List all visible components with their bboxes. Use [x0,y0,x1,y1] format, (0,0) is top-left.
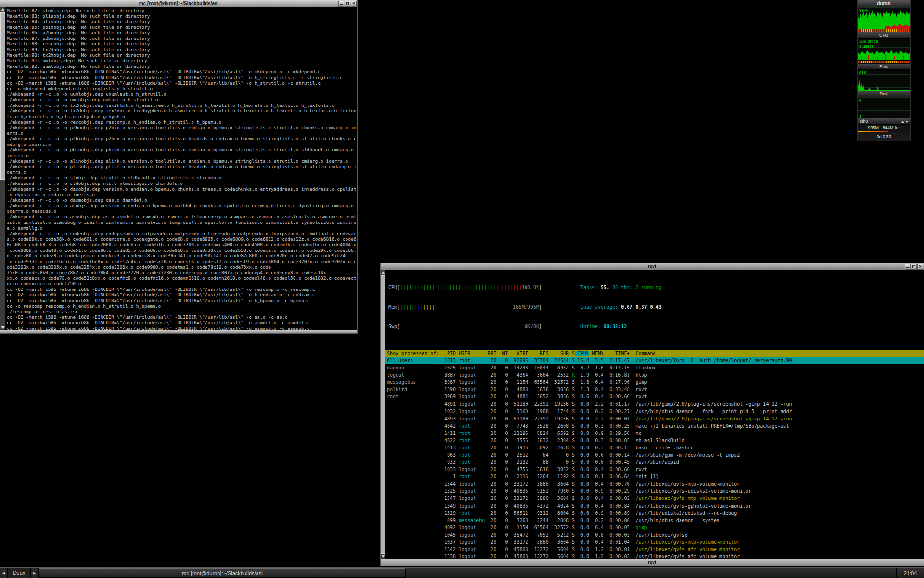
process-row[interactable]: 4822 root 20 0 3556 2632 2304 S 0.0 0.3 … [441,437,924,444]
terminal-line: Makefile:87: p2bnobjs.dep: No such file … [7,36,357,41]
process-row[interactable]: 1342 logout 20 0 45808 12272 5604 S 0.0 … [441,546,924,553]
scroll-down-icon[interactable] [381,555,385,558]
next-workspace-button[interactable]: ▶ [31,568,38,578]
proc-label[interactable]: Proc [858,64,910,70]
close-button[interactable]: ✕ [351,1,357,7]
uptime-display: 0d 0:33 [858,133,910,141]
user-filter-item[interactable]: All users [385,357,441,364]
iconify-icon [340,4,343,5]
mc-scrollbar-thumb[interactable] [0,12,5,180]
process-row[interactable]: 4842 root 20 0 7748 3528 2608 S 0.0 0.3 … [441,422,924,430]
user-filter-item[interactable]: daemon [385,364,441,371]
workspace-label[interactable]: Deux [8,568,31,578]
taskbar-iconbar: mc [root@duron]:~/Slackbuilds/asl [38,568,896,578]
process-row[interactable]: 1411 root 20 0 13196 8824 6592 S 0.0 0.9… [441,430,924,437]
mc-titlebar[interactable]: mc [root@duron]:~/Slackbuilds/asl ✕ [0,0,357,7]
prev-workspace-button[interactable]: ◀ [0,568,8,578]
terminal-line: ./mkdepend -r -c .o -o stobjs.dep struti… [7,175,357,181]
maximize-icon [912,265,915,268]
terminal-line: cc -O2 -march=i586 -mtune=i686 -DINCDIR=… [7,315,357,320]
iconify-button[interactable] [905,264,911,270]
gkrellm-monitor: duron 99% CPU 186 procs 4 users Proc 61K… [857,0,911,141]
memory-meter[interactable]: 995M - 844M fre [858,125,910,133]
terminal-line: e.o asmallg.o [7,225,357,231]
process-row[interactable]: 1037 logout 20 0 33172 3880 3604 S 0.0 0… [441,539,924,546]
terminal-line: ./rescomp as.res -h as.rsc [7,309,357,315]
disk-chart[interactable]: 61K [858,70,910,91]
terminal-line: ./mkdepend -r -c .o -o codeobjs.dep code… [7,231,357,236]
maximize-button[interactable] [345,1,350,7]
terminal-line: o codez80.o codez8.o codekcpsm.o codekcp… [7,253,357,259]
process-row[interactable]: 3969 logout 20 0 4884 3652 3056 S 0.6 0.… [441,393,924,400]
maximize-button[interactable] [911,264,917,270]
htop-stats: Tasks: 55, 36 thr; 2 running Load averag… [580,271,662,343]
user-filter-item[interactable]: polkitd [385,386,441,393]
process-row[interactable]: 1344 logout 20 0 33172 3880 3604 S 0.0 0… [441,480,924,487]
taskbar-window-button-mc[interactable]: mc [root@duron]:~/Slackbuilds/asl [39,568,406,578]
net-chart-graph [858,97,910,118]
cpu-chart[interactable]: 99% [858,7,910,29]
process-row[interactable]: 1347 logout 20 0 33172 3880 3604 S 0.0 0… [441,495,924,502]
mc-scrollbar[interactable] [0,7,5,330]
process-row[interactable]: 1045 logout 20 0 35472 7652 5212 S 0.0 0… [441,531,924,539]
process-row[interactable]: 1025 logout 20 0 14248 10044 8452 S 3.2 … [441,364,924,371]
htop-screen: CPU[||||||||||||||||||||||||||||||||||||… [385,270,924,559]
terminal-line: Makefile:86: p2hxobjs.dep: No such file … [7,30,357,36]
process-row[interactable]: 963 root 20 0 2512 64 0 S 0.0 0.0 0:00.1… [441,451,924,459]
process-row[interactable]: 1 root 20 0 2116 1264 1192 S 0.0 0.1 0:0… [441,473,924,480]
cpu-label[interactable]: CPU [858,32,910,39]
user-filter-header: Show processes of: [385,350,441,357]
user-filter-item[interactable]: root [385,393,441,400]
taskbar-window-title: mc [root@duron]:~/Slackbuilds/asl [182,570,262,576]
scroll-up-icon[interactable] [1,8,5,11]
terminal-line: Makefile:90: tx2hobjs.dep: No such file … [7,53,357,58]
htop-titlebar[interactable]: rxvt ✕ [381,263,924,270]
gkrellm-hostname[interactable]: duron [858,0,910,7]
net-activity-value: 0 [859,98,861,103]
close-button[interactable]: ✕ [917,264,923,270]
htop-header-meters: CPU[||||||||||||||||||||||||||||||||||||… [385,270,924,350]
process-row[interactable]: 3987 logout 20 0 115M 65564 32572 S 1.3 … [441,379,924,386]
net-chart[interactable]: 0 [858,97,910,118]
htop-scrollbar[interactable] [381,270,385,559]
htop-scrollbar-thumb[interactable] [381,275,385,554]
process-row[interactable]: 4891 logout 20 0 51180 22392 19156 S 0.0… [441,400,924,407]
disk-label[interactable]: Disk [858,91,910,97]
process-row[interactable]: 4893 logout 20 0 51180 22392 19156 S 0.0… [441,415,924,422]
proc-chart[interactable]: 186 procs 4 users [858,39,910,61]
process-row[interactable]: 1013 root 20 0 92696 35784 24584 S 15.4 … [441,357,924,364]
users-count-value: 4 users [859,44,873,49]
process-row[interactable]: 1325 logout 20 0 40836 9152 7960 S 0.0 0… [441,487,924,495]
cpu-usage-value: 99% [859,8,868,13]
scroll-up-icon[interactable] [381,271,385,274]
scroll-down-icon[interactable] [1,326,5,329]
process-row[interactable]: 933 root 20 0 2132 88 0 S 0.0 0.0 0:00.4… [441,459,924,466]
user-filter-item[interactable]: messagebus [385,379,441,386]
process-table-header[interactable]: PID USER PRI NI VIRT RES SHR S CPU% MEM%… [441,350,924,357]
terminal-line: Makefile:92: uumlobjs.dep: No such file … [7,64,357,69]
process-row[interactable]: 1349 logout 20 0 40836 4372 4024 S 0.0 0… [441,502,924,510]
eth0-panel[interactable]: eth0 [858,118,910,125]
process-row[interactable]: 1413 root 20 0 3916 3092 2628 S 0.0 0.3 … [441,444,924,451]
terminal-line: Makefile:83: plisobjs.dep: No such file … [7,13,357,19]
terminal-line: ode3203x.o code3205x.o code3254x.o code3… [7,264,357,270]
terminal-line: mdarg.o ioerrs.o [7,142,357,147]
mc-window-handle[interactable] [0,330,357,333]
process-row[interactable]: 1329 root 20 0 56512 9312 8004 S 0.0 0.9… [441,510,924,517]
user-filter-item[interactable]: logout [385,371,441,379]
memory-krell [858,131,888,132]
htop-window-bottom-tab[interactable]: rxvt [381,559,924,566]
process-row[interactable]: 1390 logout 20 0 4888 3636 3056 S 1.3 0.… [441,386,924,393]
iconify-button[interactable] [338,1,344,7]
process-row[interactable]: 1032 logout 20 0 3160 1988 1744 S 0.0 0.… [441,408,924,415]
htop-window-title: rxvt [381,263,924,270]
process-row[interactable]: 1033 logout 20 0 4756 3616 3052 S 0.0 0.… [441,466,924,473]
process-row[interactable]: 899 messagebu 20 0 3268 2244 2008 S 0.0 … [441,517,924,524]
terminal-line: errs.o [7,131,357,136]
process-row[interactable]: 3887 logout 20 0 4364 3664 2552 R 1.9 0.… [441,371,924,379]
mc-window-title: mc [root@duron]:~/Slackbuilds/asl [0,0,357,7]
process-row[interactable]: 1338 logout 20 0 45808 12272 5604 S 0.0 … [441,553,924,559]
process-row[interactable]: 4092 logout 20 0 115M 65564 32572 S 0.0 … [441,524,924,531]
tasks-stat: Tasks: 55, 36 thr; 2 running [580,284,662,291]
terminal-line: Makefile:89: tx2dobjs.dep: No such file … [7,47,357,53]
